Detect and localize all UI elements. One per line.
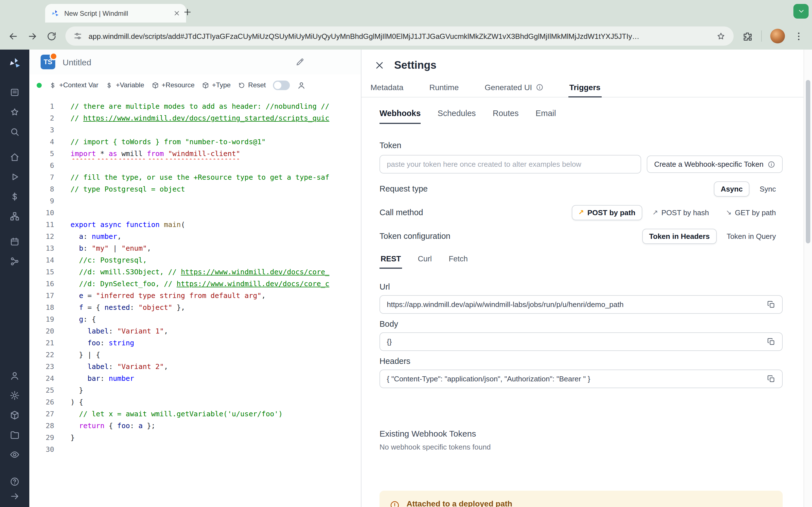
code-line[interactable]: 18 f = { nested: "object" }, (29, 301, 361, 313)
browser-panel-button[interactable] (794, 4, 809, 18)
token-config-option-token-in-headers[interactable]: Token in Headers (642, 228, 716, 244)
tab-runtime[interactable]: Runtime (428, 83, 460, 97)
toolbar-variable-button[interactable]: +Variable (106, 81, 144, 89)
snippet-tab-fetch[interactable]: Fetch (448, 255, 469, 269)
call-method-option-post-by-path[interactable]: ↗POST by path (571, 205, 642, 220)
sidebar-item-home[interactable] (10, 152, 20, 162)
tab-generated-ui[interactable]: Generated UI (484, 83, 545, 97)
code-line[interactable]: 16 //d: DynSelect_foo, // https://www.wi… (29, 278, 361, 290)
sidebar-item-help[interactable] (10, 476, 20, 487)
tab-metadata[interactable]: Metadata (369, 83, 405, 97)
sidebar-item-search[interactable] (10, 127, 20, 137)
line-number: 20 (29, 325, 54, 337)
sidebar-item-folders[interactable] (10, 430, 20, 440)
code-line[interactable]: 2// https://www.windmill.dev/docs/gettin… (29, 112, 361, 124)
trigger-tab-email[interactable]: Email (536, 109, 556, 124)
code-line[interactable]: 21 foo: string (29, 337, 361, 349)
sidebar-item-resources[interactable] (10, 211, 20, 221)
code-line[interactable]: 28 return { foo: a }; (29, 420, 361, 432)
sidebar-item-users[interactable] (10, 371, 20, 381)
extensions-icon[interactable] (742, 31, 753, 41)
call-method-option-post-by-hash[interactable]: ↗POST by hash (646, 205, 716, 220)
code-line[interactable]: 30 (29, 443, 361, 455)
token-input[interactable] (379, 155, 641, 173)
sidebar-item-runs-list[interactable] (10, 87, 20, 98)
browser-tab[interactable]: New Script | Windmill (45, 4, 186, 22)
site-settings-icon[interactable] (73, 32, 82, 41)
code-line[interactable]: 17 e = "inferred type string from defaul… (29, 290, 361, 301)
new-tab-button[interactable] (183, 7, 192, 17)
sidebar-item-favorites[interactable] (10, 107, 20, 117)
code-line[interactable]: 20 label: "Variant 1", (29, 325, 361, 337)
tab-label: Runtime (429, 83, 459, 92)
code-line[interactable]: 22 } | { (29, 349, 361, 360)
code-line[interactable]: 29} (29, 432, 361, 443)
code-line[interactable]: 15 //d: wmill.S3Object, // https://www.w… (29, 266, 361, 278)
toolbar-type-button[interactable]: +Type (202, 81, 231, 89)
sidebar-item-workers[interactable] (10, 410, 20, 420)
code-line[interactable]: 19 g: { (29, 313, 361, 325)
toolbar-context-var-button[interactable]: +Context Var (49, 81, 98, 89)
create-token-button[interactable]: Create a Webhook-specific Token (647, 156, 783, 173)
code-line[interactable]: 3 (29, 124, 361, 136)
toolbar-resource-button[interactable]: +Resource (151, 81, 195, 89)
snippet-tab-curl[interactable]: Curl (417, 255, 433, 269)
scrollbar-thumb[interactable] (806, 80, 810, 243)
bookmark-star-icon[interactable] (716, 31, 726, 41)
call-method-label: Call method (379, 208, 571, 217)
sidebar-item-audit-logs[interactable] (10, 450, 20, 460)
sidebar-item-variables[interactable] (10, 191, 20, 202)
sidebar-item-settings[interactable] (10, 390, 20, 400)
tab-triggers[interactable]: Triggers (568, 83, 602, 98)
trigger-tab-schedules[interactable]: Schedules (438, 109, 476, 124)
code-line[interactable]: 26) { (29, 396, 361, 408)
request-type-option-async[interactable]: Async (714, 181, 749, 196)
call-method-option-get-by-path[interactable]: ↘GET by path (719, 205, 783, 220)
address-bar[interactable]: app.windmill.dev/scripts/add#JTdCJTIyaGF… (65, 26, 733, 46)
forward-button[interactable] (27, 31, 38, 41)
code-line[interactable]: 10 (29, 207, 361, 219)
code-lines[interactable]: 1// there are multiple modes to add as h… (29, 96, 361, 507)
code-line[interactable]: 27 // let x = await wmill.getVariable('u… (29, 408, 361, 420)
snippet-tab-rest[interactable]: REST (379, 255, 402, 269)
copy-body-button[interactable] (767, 337, 775, 346)
sidebar-item-runs[interactable] (10, 172, 20, 182)
code-line[interactable]: 23 label: "Variant 2", (29, 360, 361, 372)
token-config-option-token-in-query[interactable]: Token in Query (720, 228, 783, 244)
code-line[interactable]: 4// import { toWords } from "number-to-w… (29, 136, 361, 148)
copy-url-button[interactable] (767, 300, 775, 309)
browser-menu-icon[interactable] (794, 31, 804, 41)
code-line[interactable]: 6 (29, 159, 361, 171)
reload-button[interactable] (46, 31, 57, 41)
edit-title-icon[interactable] (296, 57, 305, 66)
close-settings-button[interactable] (374, 60, 385, 71)
code-line[interactable]: 12 a: number, (29, 230, 361, 242)
code-line[interactable]: 8// type Postgresql = object (29, 183, 361, 195)
editor-toggle[interactable] (273, 80, 290, 90)
request-type-option-sync[interactable]: Sync (753, 181, 783, 196)
code-line[interactable]: 5import * as wmill from "windmill-client… (29, 148, 361, 159)
sidebar-item-collapse[interactable] (10, 491, 20, 501)
trigger-tab-webhooks[interactable]: Webhooks (379, 109, 421, 124)
code-line[interactable]: 13 b: "my" | "enum", (29, 242, 361, 254)
code-line[interactable]: 9 (29, 195, 361, 207)
language-badge: TS (41, 55, 55, 69)
sidebar-item-triggers[interactable] (10, 256, 20, 267)
tab-close-icon[interactable] (173, 10, 181, 17)
code-line[interactable]: 1// there are multiple modes to add as h… (29, 100, 361, 112)
sidebar-item-schedules[interactable] (10, 237, 20, 247)
windmill-logo[interactable] (8, 56, 22, 70)
line-number: 22 (29, 349, 54, 360)
code-line[interactable]: 14 //c: Postgresql, (29, 254, 361, 266)
back-button[interactable] (8, 31, 18, 41)
toolbar-reset-button[interactable]: Reset (238, 81, 266, 89)
code-line[interactable]: 11export async function main( (29, 219, 361, 230)
code-line[interactable]: 25 } (29, 384, 361, 396)
trigger-tab-routes[interactable]: Routes (493, 109, 519, 124)
code-line[interactable]: 24 bar: number (29, 372, 361, 384)
copy-headers-button[interactable] (767, 375, 775, 383)
code-line[interactable]: 7// fill the type, or use the +Resource … (29, 171, 361, 183)
panel-scrollbar[interactable] (804, 50, 812, 507)
toolbar-divider (761, 31, 762, 42)
profile-avatar[interactable] (770, 29, 785, 43)
